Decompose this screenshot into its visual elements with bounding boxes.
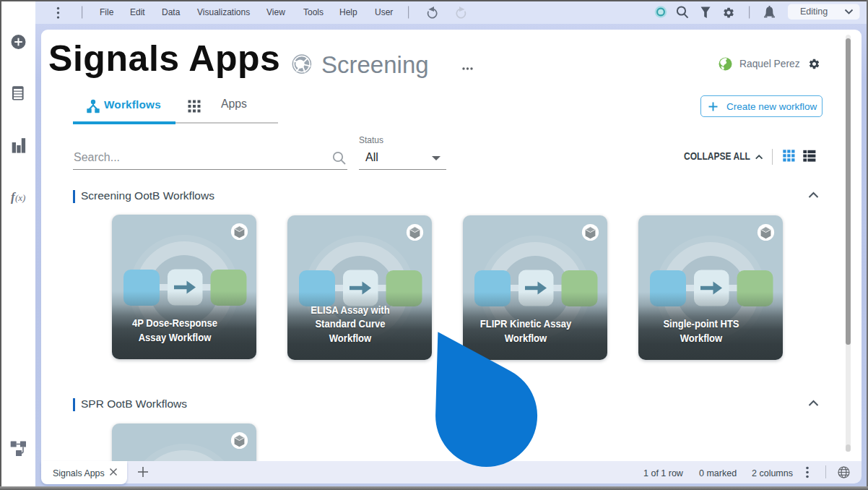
svg-text:Editing: Editing [800,7,828,17]
svg-text:(x): (x) [15,192,25,203]
